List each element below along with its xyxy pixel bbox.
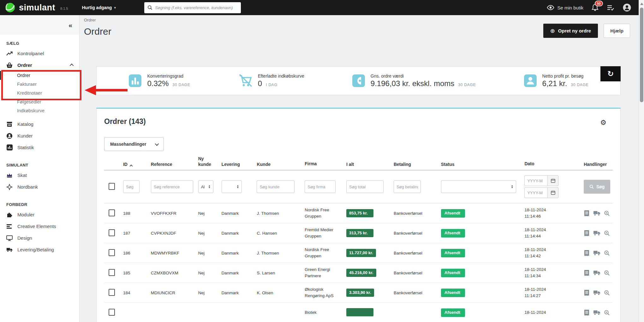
scrollbar[interactable] [639, 0, 644, 322]
cell-payment: Bankoverførsel [390, 231, 437, 236]
sidebar-collapse-button[interactable] [69, 22, 72, 28]
cell-customer: S. Larsen [253, 271, 301, 275]
delivery-truck-icon[interactable] [593, 250, 600, 256]
global-search-input[interactable] [155, 5, 238, 10]
sidebar-item-nordbank[interactable]: Nordbank [0, 181, 79, 193]
filter-payment-input[interactable] [394, 180, 421, 193]
zoom-in-icon[interactable] [604, 250, 610, 256]
status-badge: Afsendt [441, 229, 465, 237]
table-row[interactable]: 187 CVPKXNJDF Nej Danmark C. Hansen Frem… [104, 223, 613, 243]
annotation-arrow [85, 85, 128, 95]
calendar-icon[interactable] [548, 187, 558, 198]
filter-date-to-input[interactable] [524, 187, 548, 198]
sidebar-item-skat[interactable]: Skat [0, 169, 79, 181]
scroll-up-arrow-icon[interactable] [640, 3, 643, 5]
zoom-in-icon[interactable] [604, 270, 610, 276]
cell-customer: J. Thomsen [253, 251, 301, 255]
delivery-truck-icon[interactable] [593, 310, 600, 315]
sidebar-item-levering-betaling[interactable]: Levering/Betaling [0, 244, 79, 255]
sidebar-item-statistik[interactable]: Statistik [0, 142, 79, 153]
receipt-icon[interactable] [584, 309, 590, 316]
cell-customer: C. Hansen [253, 231, 301, 236]
sidebar-menu: SÆLG Kontrolpanel Ordrer Ordrer Fakturae… [0, 35, 79, 255]
delivery-truck-icon[interactable] [593, 290, 600, 296]
table-row[interactable]: 185 CZMXBOVXM Nej Danmark S. Larsen Gree… [104, 263, 613, 283]
kpi-value: 9.196,03 kr. ekskl. moms [371, 79, 454, 88]
status-badge: Afsendt [441, 249, 465, 257]
select-value: Al [201, 184, 205, 189]
bulk-actions-button[interactable]: Massehandlinger [104, 137, 164, 151]
receipt-icon[interactable] [584, 250, 590, 256]
sidebar-item-label: Nordbank [17, 184, 38, 190]
column-header-dato[interactable]: Dato [521, 161, 580, 167]
filter-total-input[interactable] [346, 180, 384, 193]
row-checkbox[interactable] [109, 289, 115, 296]
create-order-button[interactable]: Opret ny ordre [543, 24, 598, 38]
receipt-icon[interactable] [584, 230, 590, 237]
table-row[interactable]: 184 MDIUNCICR Nej Danmark K. Olsen Økolo… [104, 283, 613, 303]
row-checkbox[interactable] [109, 309, 115, 316]
zoom-in-icon[interactable] [604, 230, 610, 236]
notifications-button[interactable]: 50 [592, 4, 599, 11]
refresh-kpis-button[interactable] [600, 66, 621, 81]
table-row[interactable]: 188 VVOFFKXFR Nej Danmark J. Thomsen Nor… [104, 203, 613, 223]
profile-button[interactable] [623, 3, 631, 12]
calendar-icon[interactable] [548, 175, 558, 186]
sidebar-item-design[interactable]: Design [0, 232, 79, 244]
filter-search-button[interactable]: Søg [584, 180, 610, 194]
filter-status-select[interactable] [441, 180, 516, 193]
select-all-checkbox[interactable] [109, 183, 115, 190]
orders-list-button[interactable] [607, 4, 614, 11]
row-checkbox[interactable] [109, 209, 115, 216]
submenu-item-indkobskurve[interactable]: Indkøbskurve [0, 106, 79, 115]
global-search[interactable] [144, 2, 241, 13]
scrollbar-thumb[interactable] [640, 8, 643, 102]
sidebar-item-katalog[interactable]: Katalog [0, 118, 79, 130]
sidebar-item-kontrolpanel[interactable]: Kontrolpanel [0, 48, 79, 59]
zoom-in-icon[interactable] [604, 210, 610, 216]
column-header-betaling[interactable]: Betaling [390, 162, 437, 167]
row-checkbox[interactable] [109, 269, 115, 276]
receipt-icon[interactable] [584, 290, 590, 296]
column-header-ny-kunde[interactable]: Ny kunde [194, 156, 218, 167]
brand[interactable]: simulant 8.1.5 [0, 3, 68, 13]
filter-id-input[interactable] [123, 180, 140, 193]
delivery-truck-icon[interactable] [593, 270, 600, 276]
column-header-kunde[interactable]: Kunde [253, 162, 301, 167]
column-header-status[interactable]: Status [437, 162, 521, 167]
sidebar-item-creative-elements[interactable]: Creative Elements [0, 220, 79, 232]
filter-date-from-input[interactable] [524, 175, 548, 186]
filter-reference-input[interactable] [151, 180, 193, 193]
row-checkbox[interactable] [109, 249, 115, 256]
gear-icon[interactable] [600, 119, 606, 127]
sidebar-item-ordrer[interactable]: Ordrer [0, 59, 79, 71]
sidebar-item-kunder[interactable]: Kunder [0, 130, 79, 142]
help-button[interactable]: Hjælp [604, 24, 630, 38]
filter-delivery-select[interactable] [222, 180, 242, 193]
sidebar-item-moduler[interactable]: Moduler [0, 209, 79, 220]
column-header-firma[interactable]: Firma [301, 161, 343, 167]
zoom-in-icon[interactable] [604, 290, 610, 296]
table-row[interactable]: 186 MDWMYRBKF Nej Danmark J. Thomsen Nor… [104, 243, 613, 263]
quick-access-label: Hurtig adgang [82, 5, 112, 10]
column-header-levering[interactable]: Levering [218, 162, 253, 167]
sidebar-item-label: Creative Elements [17, 224, 56, 229]
delivery-truck-icon[interactable] [593, 210, 600, 216]
filter-company-input[interactable] [305, 180, 336, 193]
column-header-ialt[interactable]: I alt [343, 162, 390, 167]
zoom-in-icon[interactable] [604, 310, 610, 316]
table-row[interactable]: Biotek Afsendt 18-11-2024 [104, 303, 613, 322]
filter-new-customer-select[interactable]: Al [198, 180, 213, 193]
help-label: Hjælp [610, 28, 623, 33]
column-header-reference[interactable]: Reference [147, 162, 194, 167]
sidebar-header [0, 15, 79, 35]
receipt-icon[interactable] [584, 270, 590, 276]
view-shop-link[interactable]: Se min butik [547, 5, 583, 10]
row-checkbox[interactable] [109, 229, 115, 236]
column-header-id[interactable]: ID [119, 162, 147, 167]
cell-company: Nordisk Free Gruppen [301, 247, 343, 260]
delivery-truck-icon[interactable] [593, 230, 600, 236]
receipt-icon[interactable] [584, 210, 590, 217]
filter-customer-input[interactable] [257, 180, 295, 193]
quick-access-menu[interactable]: Hurtig adgang [82, 5, 116, 10]
